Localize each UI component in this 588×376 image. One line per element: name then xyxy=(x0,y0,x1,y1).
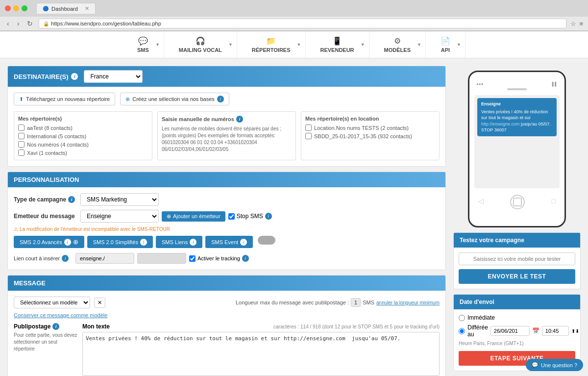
message-textarea[interactable]: Ventes privées ! 40% de réduction sur to… xyxy=(82,332,440,376)
event-toggle[interactable] xyxy=(258,236,275,245)
nav-repertoires[interactable]: 📁 RÉPERTOIRES ▼ xyxy=(237,31,306,58)
minimize-dot[interactable] xyxy=(13,5,19,11)
saisie-manuelle-col: Saisie manuelle de numéros i Les numéros… xyxy=(157,111,296,160)
test-mobile-input[interactable] xyxy=(459,252,575,265)
simplifies-info-icon[interactable]: i xyxy=(140,239,147,246)
destinataires-info-icon[interactable]: i xyxy=(71,73,78,80)
question-bubble[interactable]: 💬 Une question ? xyxy=(526,359,583,371)
message-body: Sélectionnez un modèle ✕ Longueur max du… xyxy=(8,291,445,376)
phone-message: Ventes privées ! 40% de réduction sur to… xyxy=(481,109,553,133)
differee-radio[interactable] xyxy=(459,328,465,334)
right-panel: ●●● ▌▌ Enseigne Ventes privées ! 40% de … xyxy=(453,66,581,376)
saisie-title: Saisie manuelle de numéros i xyxy=(162,116,292,123)
browser-tab[interactable]: 🔵 Dashboard ✕ xyxy=(36,3,96,14)
mon-texte-label: Mon texte xyxy=(82,323,110,330)
time-stepper-icon[interactable]: ⬆⬇ xyxy=(571,328,579,334)
differee-time-input[interactable] xyxy=(542,326,569,336)
conserver-modele-link[interactable]: Conserver ce message comme modèle xyxy=(14,312,440,318)
dest-actions: ⬆ Téléchargez un nouveau répertoire ⊕ Cr… xyxy=(14,93,440,105)
publipostage-label: Publipostage i xyxy=(14,323,77,330)
avances-info-icon[interactable]: i xyxy=(64,239,71,246)
differee-date-input[interactable] xyxy=(490,326,530,336)
stop-sms-checkbox-label[interactable]: Stop SMS i xyxy=(228,213,272,220)
sms-type-buttons: SMS 2.0 Avancés i ⊕ SMS 2.0 Simplifiés i… xyxy=(14,236,440,248)
back-button[interactable]: ‹ xyxy=(5,19,11,28)
top-navigation: 💬 SMS ▼ 🎧 MAILING VOCAL ▼ 📁 RÉPERTOIRES … xyxy=(0,31,588,58)
immediate-radio[interactable] xyxy=(459,315,465,321)
api-dropdown-icon: ▼ xyxy=(457,42,461,47)
repertoire-checkbox-2[interactable] xyxy=(18,133,24,139)
upload-repertoire-button[interactable]: ⬆ Téléchargez un nouveau répertoire xyxy=(14,93,115,105)
location-checkbox-1[interactable] xyxy=(305,125,312,131)
emetteur-row: Emetteur du message Enseigne ⊕ Ajouter u… xyxy=(14,210,440,223)
nav-sms[interactable]: 💬 SMS ▼ xyxy=(122,31,164,58)
destinataires-body: ⬆ Téléchargez un nouveau répertoire ⊕ Cr… xyxy=(8,87,445,166)
publipostage-info-icon[interactable]: i xyxy=(52,323,59,330)
lien-prefix-input xyxy=(75,253,134,264)
tracking-checkbox-label[interactable]: Activer le tracking i xyxy=(189,255,249,262)
create-selection-button[interactable]: ⊕ Créez une sélection via nos bases i xyxy=(120,93,229,105)
sms-simplifies-button[interactable]: SMS 2.0 Simplifiés i xyxy=(87,236,153,248)
left-panel: DESTINATAIRE(S) i France ⬆ Téléchargez u… xyxy=(7,66,446,376)
nav-mailing-vocal[interactable]: 🎧 MAILING VOCAL ▼ xyxy=(164,31,237,58)
location-col: Mes répertoire(s) en location Location.N… xyxy=(301,111,440,160)
test-campagne-body: ENVOYER LE TEST xyxy=(454,248,580,289)
type-info-icon[interactable]: i xyxy=(68,196,75,203)
lien-info-icon[interactable]: i xyxy=(62,255,69,262)
create-info-icon[interactable]: i xyxy=(217,96,224,102)
message-content-row: Publipostage i Pour cette partie, vous d… xyxy=(14,323,440,376)
nav-api[interactable]: 📄 API ▼ xyxy=(426,31,466,58)
nav-modeles[interactable]: ⚙ MODÈLES ▼ xyxy=(369,31,426,58)
event-info-icon[interactable]: i xyxy=(240,239,247,246)
tracking-checkbox[interactable] xyxy=(189,255,196,262)
tab-icon: 🔵 xyxy=(43,6,49,11)
sms-event-button[interactable]: SMS Event i xyxy=(205,236,253,248)
menu-icon[interactable]: ≡ xyxy=(579,20,583,27)
personnalisation-header: PERSONNALISATION xyxy=(8,172,445,187)
lien-value-input[interactable] xyxy=(137,253,186,264)
star-icon[interactable]: ☆ xyxy=(570,20,576,27)
modeles-label: MODÈLES xyxy=(384,47,411,53)
modele-select[interactable]: Sélectionnez un modèle xyxy=(14,297,90,308)
liens-info-icon[interactable]: i xyxy=(190,239,196,246)
timezone-text: Heure Paris, France (GMT+1) xyxy=(459,341,575,346)
delete-modele-button[interactable]: ✕ xyxy=(94,298,105,308)
repertoire-checkbox-3[interactable] xyxy=(18,141,24,148)
repertoire-checkbox-4[interactable] xyxy=(18,150,24,156)
sms-avances-button[interactable]: SMS 2.0 Avancés i ⊕ xyxy=(14,236,84,248)
tab-close[interactable]: ✕ xyxy=(85,5,89,12)
sms-liens-button[interactable]: SMS Liens i xyxy=(156,236,202,248)
forward-button[interactable]: › xyxy=(15,19,22,28)
tracking-info-icon[interactable]: i xyxy=(242,255,249,262)
sms-icon: 💬 xyxy=(138,36,148,46)
annuler-longueur-link[interactable]: annuler la longueur minimum xyxy=(376,300,440,305)
nav-revendeur[interactable]: 📱 REVENDEUR ▼ xyxy=(306,31,369,58)
location-checkbox-2[interactable] xyxy=(305,133,312,139)
stop-sms-checkbox[interactable] xyxy=(228,213,235,220)
add-emetteur-button[interactable]: ⊕ Ajouter un émetteur xyxy=(162,211,225,222)
test-campagne-card: Testez votre campagne ENVOYER LE TEST xyxy=(453,232,581,289)
saisie-info-icon[interactable]: i xyxy=(236,116,243,123)
close-dot[interactable] xyxy=(5,5,11,11)
differee-label: Différée au xyxy=(467,324,488,338)
phone-link: http://enseigne.com xyxy=(481,122,520,126)
phone-home-button xyxy=(510,195,525,209)
country-select[interactable]: France xyxy=(84,70,143,83)
stop-sms-info-icon[interactable]: i xyxy=(265,213,272,220)
avances-add-icon[interactable]: ⊕ xyxy=(73,238,78,246)
envoyer-test-button[interactable]: ENVOYER LE TEST xyxy=(459,269,575,284)
type-campagne-select[interactable]: SMS Marketing xyxy=(80,193,159,206)
lock-icon: 🔒 xyxy=(43,21,49,26)
calendar-icon[interactable]: 📅 xyxy=(532,327,539,334)
date-envoi-header: Date d'envoi xyxy=(454,295,580,309)
type-campagne-label: Type de campagne i xyxy=(14,196,77,203)
list-item: International (5 contacts) xyxy=(18,133,148,139)
emetteur-select[interactable]: Enseigne xyxy=(80,210,159,223)
phone-speaker xyxy=(507,88,527,90)
repertoires-label: RÉPERTOIRES xyxy=(252,47,291,53)
phone-back-icon: ◁ xyxy=(478,197,484,205)
address-bar[interactable]: 🔒 https://www.isendpro.com/gestion/table… xyxy=(39,19,566,28)
repertoire-checkbox-1[interactable] xyxy=(18,125,24,131)
maximize-dot[interactable] xyxy=(22,5,27,11)
reload-button[interactable]: ↻ xyxy=(25,19,35,28)
